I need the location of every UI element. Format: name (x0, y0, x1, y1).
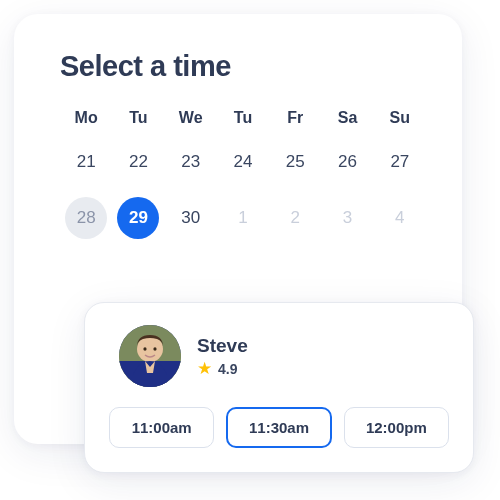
rating-value: 4.9 (218, 361, 237, 377)
weekday-label: Sa (321, 109, 373, 127)
time-slots: 11:00am11:30am12:00pm (109, 407, 449, 448)
date-grid: 212223242526272829301234 (60, 141, 426, 239)
weekday-label: Mo (60, 109, 112, 127)
date-cell-29[interactable]: 29 (117, 197, 159, 239)
date-cell-25[interactable]: 25 (274, 141, 316, 183)
time-slot[interactable]: 11:30am (226, 407, 331, 448)
avatar (119, 325, 181, 387)
star-icon: ★ (197, 360, 212, 377)
provider-rating: ★ 4.9 (197, 360, 248, 377)
date-cell-24[interactable]: 24 (222, 141, 264, 183)
svg-point-4 (153, 347, 156, 351)
page-title: Select a time (60, 50, 426, 83)
date-cell-21[interactable]: 21 (65, 141, 107, 183)
weekday-label: Tu (112, 109, 164, 127)
weekday-row: MoTuWeTuFrSaSu (60, 109, 426, 127)
date-cell-4[interactable]: 4 (379, 197, 421, 239)
provider-name: Steve (197, 335, 248, 357)
date-cell-3[interactable]: 3 (327, 197, 369, 239)
date-cell-1[interactable]: 1 (222, 197, 264, 239)
weekday-label: Su (374, 109, 426, 127)
weekday-label: Tu (217, 109, 269, 127)
date-cell-28[interactable]: 28 (65, 197, 107, 239)
provider-info: Steve ★ 4.9 (197, 335, 248, 377)
date-cell-27[interactable]: 27 (379, 141, 421, 183)
time-slot[interactable]: 11:00am (109, 407, 214, 448)
date-cell-30[interactable]: 30 (170, 197, 212, 239)
time-slot[interactable]: 12:00pm (344, 407, 449, 448)
weekday-label: We (165, 109, 217, 127)
date-cell-23[interactable]: 23 (170, 141, 212, 183)
weekday-label: Fr (269, 109, 321, 127)
date-cell-22[interactable]: 22 (117, 141, 159, 183)
time-select-card: Steve ★ 4.9 11:00am11:30am12:00pm (84, 302, 474, 473)
date-cell-26[interactable]: 26 (327, 141, 369, 183)
svg-point-3 (143, 347, 146, 351)
date-cell-2[interactable]: 2 (274, 197, 316, 239)
provider-profile: Steve ★ 4.9 (109, 325, 449, 387)
